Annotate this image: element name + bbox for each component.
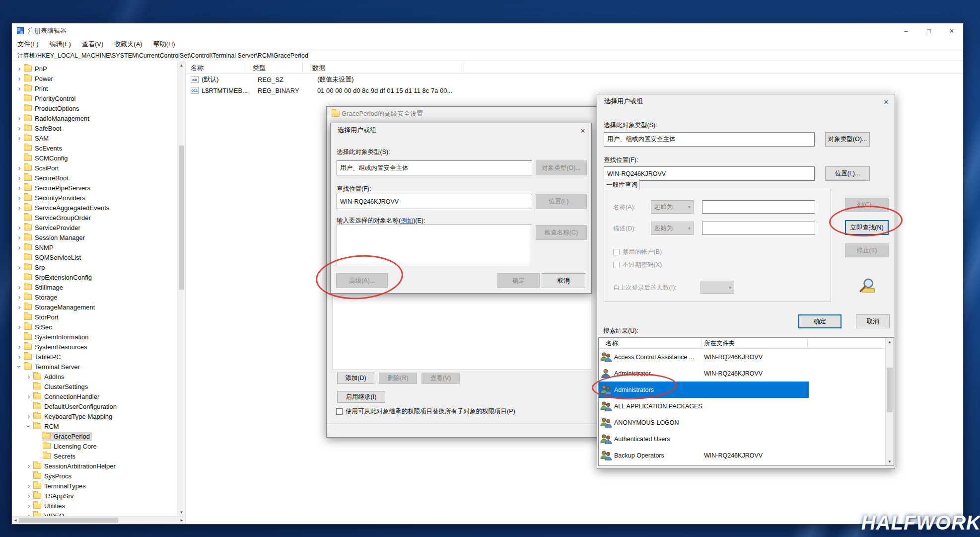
cancel-button[interactable]: 取消: [856, 314, 890, 328]
tree-item-licensing-core[interactable]: Licensing Core: [12, 441, 177, 451]
description-input[interactable]: [702, 222, 815, 235]
menu-favorites[interactable]: 收藏夹(A): [109, 40, 147, 49]
registry-value-row[interactable]: ab(默认)REG_SZ(数值未设置): [186, 74, 963, 85]
tree-expand-icon[interactable]: ›: [16, 164, 23, 171]
tree-expand-icon[interactable]: ›: [16, 75, 23, 82]
tree-expand-icon[interactable]: ›: [16, 284, 23, 291]
scrollbar-thumb[interactable]: [887, 368, 893, 412]
tree-expand-icon[interactable]: ›: [16, 224, 23, 231]
tree-vertical-scrollbar[interactable]: ▲ ▼: [177, 61, 185, 516]
tree-expand-icon[interactable]: ›: [25, 482, 32, 489]
tree-expand-icon[interactable]: ›: [25, 492, 32, 499]
tree-item-servicegrouporder[interactable]: ServiceGroupOrder: [12, 213, 177, 223]
permission-entries-list[interactable]: [333, 292, 591, 370]
locations-button[interactable]: 位置(L)...: [825, 166, 870, 181]
tree-item-connectionhandler[interactable]: ›ConnectionHandler: [12, 391, 177, 401]
tree-expand-icon[interactable]: ›: [25, 413, 32, 420]
maximize-button[interactable]: □: [917, 23, 940, 38]
tree-expand-icon[interactable]: ›: [16, 264, 23, 271]
tree-item-print[interactable]: ›Print: [12, 83, 177, 93]
tree-item-sqmservicelist[interactable]: SQMServiceList: [12, 252, 177, 262]
tree-item-storport[interactable]: StorPort: [12, 312, 177, 322]
tree-collapse-icon[interactable]: ›: [16, 363, 23, 370]
cancel-button[interactable]: 取消: [542, 273, 585, 288]
tree-item-rcm[interactable]: ›RCM: [12, 421, 177, 431]
tree-item-secureboot[interactable]: ›SecureBoot: [12, 173, 177, 183]
tree-item-scsiport[interactable]: ›ScsiPort: [12, 163, 177, 173]
tree-item-securepipeservers[interactable]: ›SecurePipeServers: [12, 183, 177, 193]
tree-expand-icon[interactable]: ›: [16, 65, 23, 72]
tree-expand-icon[interactable]: ›: [16, 184, 23, 191]
tree-item-srpextensionconfig[interactable]: SrpExtensionConfig: [12, 272, 177, 282]
tree-expand-icon[interactable]: ›: [25, 512, 32, 516]
tree-expand-icon[interactable]: ›: [16, 194, 23, 201]
ok-button[interactable]: 确定: [798, 314, 841, 328]
replace-permissions-checkbox[interactable]: [336, 408, 343, 415]
scrollbar-thumb[interactable]: [19, 518, 118, 523]
tree-item-session-manager[interactable]: ›Session Manager: [12, 232, 177, 242]
results-column-name[interactable]: 名称: [606, 339, 618, 348]
scroll-down-icon[interactable]: ▼: [178, 508, 185, 516]
tree-expand-icon[interactable]: ›: [16, 115, 23, 122]
menu-help[interactable]: 帮助(H): [148, 40, 181, 49]
minimize-button[interactable]: –: [895, 23, 917, 38]
tree-item-serviceaggregatedevents[interactable]: ›ServiceAggregatedEvents: [12, 203, 177, 213]
tree-item-tabletpc[interactable]: ›TabletPC: [12, 352, 177, 362]
scroll-right-icon[interactable]: ►: [178, 517, 185, 524]
close-button[interactable]: ✕: [940, 23, 963, 38]
tree-item-utilities[interactable]: ›Utilities: [12, 501, 177, 511]
result-row-access-control-assistance-[interactable]: Access Control Assistance ...WIN-RQ246KJ…: [599, 349, 894, 365]
tree-item-addins[interactable]: ›AddIns: [12, 372, 177, 382]
tree-item-systemresources[interactable]: ›SystemResources: [12, 342, 177, 352]
results-column-folder[interactable]: 所在文件夹: [704, 339, 735, 348]
tree-expand-icon[interactable]: ›: [16, 204, 23, 211]
tree-item-securityproviders[interactable]: ›SecurityProviders: [12, 193, 177, 203]
tree-expand-icon[interactable]: ›: [16, 174, 23, 181]
tab-common-queries[interactable]: 一般性查询: [604, 179, 640, 190]
scroll-left-icon[interactable]: ◄: [12, 517, 19, 524]
tree-expand-icon[interactable]: ›: [16, 304, 23, 310]
tree-item-snmp[interactable]: ›SNMP: [12, 242, 177, 252]
tree-item-prioritycontrol[interactable]: PriorityControl: [12, 93, 177, 103]
tree-collapse-icon[interactable]: ›: [25, 423, 32, 430]
result-row-backup-operators[interactable]: Backup OperatorsWIN-RQ246KJROVV: [599, 447, 894, 463]
result-row-anonymous-logon[interactable]: ANONYMOUS LOGON: [599, 414, 894, 431]
column-separator[interactable]: [302, 62, 303, 73]
scroll-up-icon[interactable]: ▲: [178, 61, 185, 69]
tree-expand-icon[interactable]: ›: [16, 244, 23, 251]
enable-inheritance-button[interactable]: 启用继承(I): [337, 391, 385, 403]
examples-link[interactable]: 例如: [401, 217, 413, 224]
menu-edit[interactable]: 编辑(E): [44, 40, 76, 49]
tree-item-clustersettings[interactable]: ClusterSettings: [12, 382, 177, 391]
tree-item-secrets[interactable]: Secrets: [12, 451, 177, 461]
tree-item-storage[interactable]: ›Storage: [12, 292, 177, 302]
tree-expand-icon[interactable]: ›: [16, 343, 23, 350]
result-row-all-application-packages[interactable]: ALL APPLICATION PACKAGES: [599, 398, 894, 414]
object-types-button[interactable]: 对象类型(O)...: [825, 132, 870, 147]
result-row-batch[interactable]: BATCH: [599, 463, 894, 466]
tree-item-srp[interactable]: ›Srp: [12, 262, 177, 272]
tree-item-power[interactable]: ›Power: [12, 74, 177, 83]
tree-expand-icon[interactable]: ›: [16, 294, 23, 301]
column-header-name[interactable]: 名称: [191, 64, 204, 73]
tree-item-stsec[interactable]: ›StSec: [12, 322, 177, 332]
tree-expand-icon[interactable]: ›: [25, 462, 32, 469]
scrollbar-thumb[interactable]: [179, 146, 184, 290]
tree-item-defaultuserconfiguration[interactable]: DefaultUserConfiguration: [12, 401, 177, 411]
tree-expand-icon[interactable]: ›: [25, 393, 32, 400]
column-header-type[interactable]: 类型: [253, 64, 266, 73]
menu-file[interactable]: 文件(F): [12, 40, 44, 49]
tree-expand-icon[interactable]: ›: [16, 234, 23, 241]
tree-expand-icon[interactable]: ›: [16, 125, 23, 132]
tree-item-sysprocs[interactable]: SysProcs: [12, 471, 177, 481]
add-button[interactable]: 添加(D): [337, 373, 374, 384]
tree-item-video[interactable]: ›VIDEO: [12, 511, 177, 516]
tree-item-pnp[interactable]: ›PnP: [12, 64, 177, 74]
tree-expand-icon[interactable]: ›: [25, 502, 32, 509]
column-separator[interactable]: [701, 339, 701, 347]
column-separator[interactable]: [807, 339, 808, 347]
tree-item-sam[interactable]: ›SAM: [12, 133, 177, 143]
tree-item-scmconfig[interactable]: SCMConfig: [12, 153, 177, 163]
tree-expand-icon[interactable]: ›: [16, 353, 23, 360]
menu-view[interactable]: 查看(V): [76, 40, 109, 49]
